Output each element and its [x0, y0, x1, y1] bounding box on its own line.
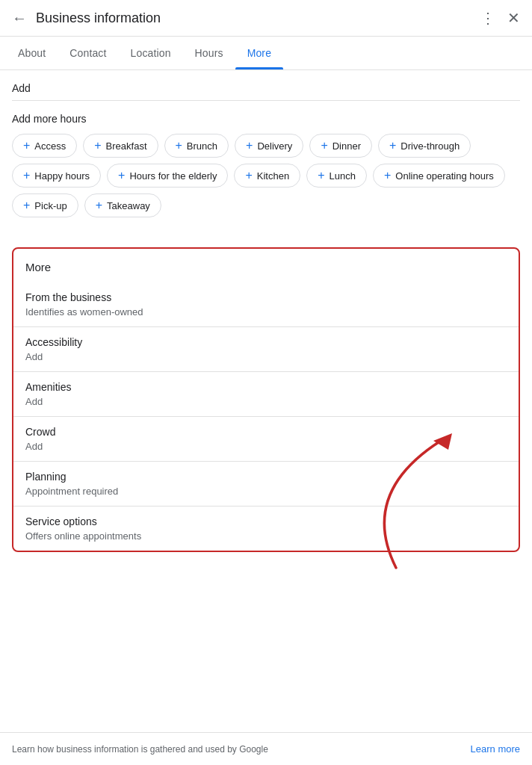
more-options-icon[interactable]: ⋮ [480, 9, 495, 27]
tab-more[interactable]: More [235, 37, 283, 69]
section-item-value: Add [25, 396, 507, 407]
chip-drive-through[interactable]: +Drive-through [378, 134, 471, 158]
chip-plus-icon: + [318, 169, 324, 182]
chip-kitchen[interactable]: +Kitchen [234, 164, 300, 188]
more-hours-title: Add more hours [12, 113, 520, 125]
chip-plus-icon: + [321, 139, 327, 152]
header: ← Business information ⋮ ✕ [0, 0, 532, 37]
chip-plus-icon: + [23, 199, 30, 212]
chip-lunch[interactable]: +Lunch [306, 164, 367, 188]
chip-breakfast[interactable]: +Breakfast [83, 134, 158, 158]
section-item-value: Add [25, 441, 507, 452]
section-item-title: Service options [25, 515, 507, 527]
section-item-title: From the business [25, 291, 507, 303]
chip-plus-icon: + [245, 169, 252, 182]
chip-hours-for-the-elderly[interactable]: +Hours for the elderly [107, 164, 228, 188]
header-actions: ⋮ ✕ [480, 9, 520, 27]
section-item-title: Crowd [25, 426, 507, 438]
more-section-box: More From the business Identifies as wom… [12, 247, 520, 552]
section-item-planning[interactable]: Planning Appointment required [13, 462, 519, 507]
section-item-value: Identifies as women-owned [25, 306, 507, 318]
chip-plus-icon: + [176, 139, 182, 152]
chip-plus-icon: + [389, 139, 396, 152]
section-item-amenities[interactable]: Amenities Add [13, 372, 519, 417]
chip-label: Kitchen [257, 170, 289, 182]
section-item-value: Appointment required [25, 486, 507, 497]
chip-plus-icon: + [23, 139, 30, 152]
footer: Learn how business information is gather… [0, 732, 532, 765]
tab-location[interactable]: Location [119, 37, 183, 69]
page-title: Business information [36, 10, 480, 26]
chip-online-operating-hours[interactable]: +Online operating hours [373, 164, 505, 188]
learn-more-link[interactable]: Learn more [471, 743, 520, 755]
chip-label: Breakfast [106, 140, 147, 152]
chip-label: Happy hours [34, 170, 90, 182]
chip-label: Delivery [257, 140, 292, 152]
chip-label: Pick-up [34, 200, 66, 211]
chip-label: Drive-through [400, 140, 460, 152]
chip-plus-icon: + [23, 169, 30, 182]
chip-plus-icon: + [118, 169, 125, 182]
close-icon[interactable]: ✕ [507, 9, 520, 27]
section-item-title: Accessibility [25, 336, 507, 348]
back-button[interactable]: ← [12, 10, 27, 27]
section-item-value: Add [25, 351, 507, 362]
main-content: Add Add more hours +Access+Breakfast+Bru… [0, 70, 532, 552]
chip-plus-icon: + [384, 169, 391, 182]
chip-brunch[interactable]: +Brunch [164, 134, 229, 158]
chip-label: Online operating hours [395, 170, 494, 182]
chip-delivery[interactable]: +Delivery [235, 134, 303, 158]
chip-pick-up[interactable]: +Pick-up [12, 193, 78, 217]
section-item-title: Planning [25, 471, 507, 483]
add-label[interactable]: Add [12, 82, 31, 94]
tab-hours[interactable]: Hours [183, 37, 235, 69]
chip-plus-icon: + [246, 139, 253, 152]
chip-takeaway[interactable]: +Takeaway [84, 193, 161, 217]
more-hours-section: Add more hours +Access+Breakfast+Brunch+… [12, 101, 520, 235]
chip-dinner[interactable]: +Dinner [309, 134, 372, 158]
footer-text: Learn how business information is gather… [12, 744, 268, 755]
chip-label: Hours for the elderly [129, 170, 217, 182]
section-item-value: Offers online appointments [25, 530, 507, 542]
chip-label: Access [34, 140, 66, 152]
section-item-accessibility[interactable]: Accessibility Add [13, 327, 519, 372]
chip-label: Brunch [187, 140, 217, 152]
section-item-crowd[interactable]: Crowd Add [13, 417, 519, 462]
chip-label: Takeaway [107, 200, 150, 211]
tab-about[interactable]: About [6, 37, 58, 69]
chip-plus-icon: + [96, 199, 102, 212]
section-item-title: Amenities [25, 381, 507, 393]
tab-contact[interactable]: Contact [58, 37, 118, 69]
tabs-bar: AboutContactLocationHoursMore [0, 37, 532, 70]
chip-access[interactable]: +Access [12, 134, 77, 158]
section-item-service-options[interactable]: Service options Offers online appointmen… [13, 507, 519, 551]
chip-plus-icon: + [94, 139, 101, 152]
chip-label: Dinner [332, 140, 361, 152]
chip-label: Lunch [330, 170, 356, 182]
add-section: Add [12, 70, 520, 101]
chip-happy-hours[interactable]: +Happy hours [12, 164, 101, 188]
more-section-box-title: More [13, 249, 519, 282]
more-section-items: From the business Identifies as women-ow… [13, 282, 519, 551]
section-item-from-the-business[interactable]: From the business Identifies as women-ow… [13, 282, 519, 327]
chips-container: +Access+Breakfast+Brunch+Delivery+Dinner… [12, 134, 520, 217]
